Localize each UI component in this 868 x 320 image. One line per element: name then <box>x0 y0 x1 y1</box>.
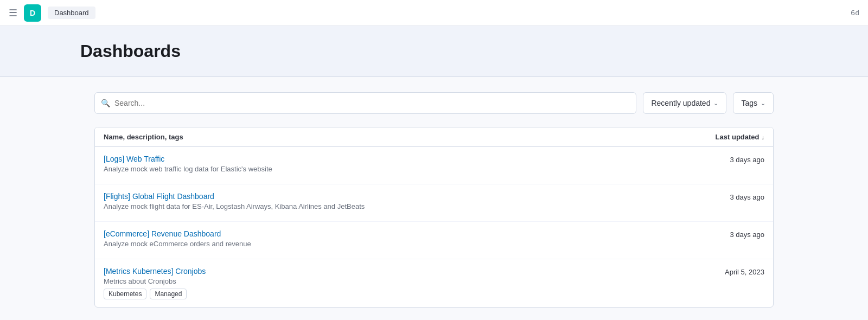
main-content: 🔍 Recently updated ⌄ Tags ⌄ Name, descri… <box>81 77 787 320</box>
search-input[interactable] <box>94 92 636 114</box>
tags-filter-button[interactable]: Tags ⌄ <box>733 92 774 114</box>
tag-kubernetes: Kubernetes <box>104 289 146 299</box>
dashboard-link[interactable]: [Logs] Web Traffic <box>104 155 667 163</box>
sort-arrow-icon: ↓ <box>762 134 765 140</box>
row-updated: 3 days ago <box>667 155 764 164</box>
row-updated: 3 days ago <box>667 229 764 239</box>
dashboard-link[interactable]: [Metrics Kubernetes] Cronjobs <box>104 267 667 276</box>
breadcrumb-button[interactable]: Dashboard <box>48 7 95 19</box>
col-updated-header: Last updated ↓ <box>667 133 764 141</box>
row-description: Analyze mock flight data for ES-Air, Log… <box>104 202 667 210</box>
page-title: Dashboards <box>80 41 868 61</box>
row-description: Analyze mock web traffic log data for El… <box>104 165 667 173</box>
chevron-down-icon: ⌄ <box>761 100 765 107</box>
search-wrapper: 🔍 <box>94 92 636 114</box>
row-description: Metrics about Cronjobs <box>104 277 667 285</box>
dashboards-table: Name, description, tags Last updated ↓ [… <box>94 127 774 308</box>
chevron-down-icon: ⌄ <box>713 100 718 107</box>
sort-filter-button[interactable]: Recently updated ⌄ <box>643 92 726 114</box>
tag-managed: Managed <box>150 289 187 299</box>
table-row: [Metrics Kubernetes] Cronjobs Metrics ab… <box>95 259 773 307</box>
topnav-indicator: 6d <box>851 9 859 17</box>
dashboard-link[interactable]: [eCommerce] Revenue Dashboard <box>104 229 667 238</box>
row-name-col: [Metrics Kubernetes] Cronjobs Metrics ab… <box>104 267 667 299</box>
avatar: D <box>24 4 41 22</box>
dashboard-link[interactable]: [Flights] Global Flight Dashboard <box>104 192 667 201</box>
row-description: Analyze mock eCommerce orders and revenu… <box>104 240 667 248</box>
table-row: [eCommerce] Revenue Dashboard Analyze mo… <box>95 222 773 259</box>
row-name-col: [Flights] Global Flight Dashboard Analyz… <box>104 192 667 214</box>
row-updated: 3 days ago <box>667 192 764 201</box>
row-updated: April 5, 2023 <box>667 267 764 276</box>
search-icon: 🔍 <box>101 99 110 107</box>
col-name-header: Name, description, tags <box>104 133 667 141</box>
table-row: [Flights] Global Flight Dashboard Analyz… <box>95 184 773 222</box>
sort-filter-label: Recently updated <box>651 99 710 107</box>
table-header: Name, description, tags Last updated ↓ <box>95 127 773 147</box>
search-filter-row: 🔍 Recently updated ⌄ Tags ⌄ <box>94 92 774 114</box>
table-row: [Logs] Web Traffic Analyze mock web traf… <box>95 147 773 184</box>
row-name-col: [eCommerce] Revenue Dashboard Analyze mo… <box>104 229 667 251</box>
row-tags: Kubernetes Managed <box>104 289 667 299</box>
page-header: Dashboards <box>0 26 868 77</box>
hamburger-icon[interactable]: ☰ <box>9 7 17 19</box>
topnav: ☰ D Dashboard 6d <box>0 0 868 26</box>
tags-filter-label: Tags <box>741 99 757 107</box>
row-name-col: [Logs] Web Traffic Analyze mock web traf… <box>104 155 667 176</box>
